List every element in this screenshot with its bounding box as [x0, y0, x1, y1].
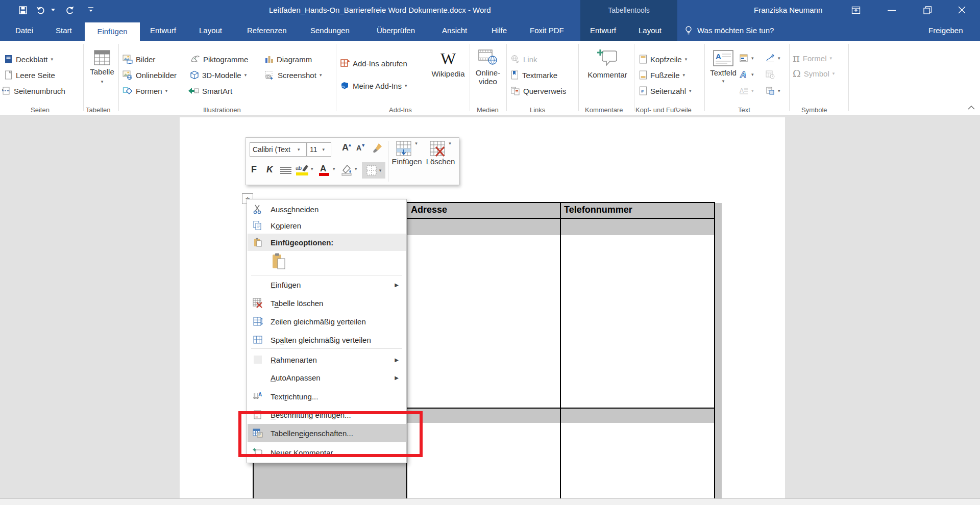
group-label-addins: Add-Ins [389, 106, 412, 114]
tab-datei[interactable]: Datei [15, 20, 33, 41]
table-header-cell[interactable]: Adresse [411, 205, 447, 215]
group-divider [789, 44, 790, 111]
font-color-icon[interactable]: A [317, 163, 331, 176]
delete-dropdown-icon[interactable]: ▾ [449, 141, 451, 157]
group-label-symbole: Symbole [801, 106, 827, 114]
menu-item-tabelle-loeschen[interactable]: Tabelle löschen [248, 294, 406, 312]
shading-dropdown-icon[interactable]: ▾ [355, 166, 357, 171]
menu-item-kopieren[interactable]: Kopieren [248, 217, 406, 234]
shading-bucket-icon[interactable] [340, 163, 353, 176]
tell-me-box[interactable]: Was möchten Sie tun? [697, 20, 774, 41]
borders-button-active[interactable]: ▾ [362, 162, 385, 179]
tab-sendungen[interactable]: Sendungen [310, 20, 350, 41]
borders-dropdown-icon[interactable]: ▾ [379, 168, 382, 173]
menu-item-spalten-verteilen[interactable]: Spalten gleichmäßig verteilen [248, 331, 406, 348]
menu-item-textrichtung[interactable]: A Textrichtung... [248, 388, 406, 405]
redo-icon[interactable] [65, 6, 75, 15]
highlight-dropdown-icon[interactable]: ▾ [311, 166, 313, 171]
group-label-medien: Medien [477, 106, 499, 114]
table-header-cell[interactable]: Telefonnummer [564, 205, 632, 215]
object-button[interactable]: ▾ [766, 85, 780, 97]
smartart-button[interactable]: SmartArt [188, 85, 232, 97]
chart-button[interactable]: Diagramm [264, 53, 312, 65]
page-number-button[interactable]: # Seitenzahl▾ [639, 85, 692, 97]
font-size-dropdown-icon[interactable]: ▾ [323, 147, 325, 152]
tab-referenzen[interactable]: Referenzen [247, 20, 287, 41]
table-border [714, 202, 715, 498]
tab-layout[interactable]: Layout [199, 20, 222, 41]
qat-customize-icon[interactable] [88, 7, 94, 13]
save-icon[interactable] [18, 6, 28, 15]
menu-item-rahmenarten[interactable]: Rahmenarten ▶ [248, 351, 406, 368]
tab-tabellentools-entwurf[interactable]: Entwurf [590, 20, 616, 41]
tab-ansicht[interactable]: Ansicht [442, 20, 467, 41]
undo-dropdown-icon[interactable] [51, 9, 55, 12]
delete-button[interactable]: ▾ Löschen [425, 141, 456, 166]
menu-item-ausschneiden[interactable]: Ausschneiden [248, 200, 406, 218]
page-number-icon: # [639, 86, 647, 95]
text-highlight-icon[interactable]: ab [295, 163, 309, 176]
font-size-combobox[interactable]: 11 ▾ [307, 142, 331, 157]
cross-reference-icon [510, 86, 520, 95]
wordart-button[interactable]: A▾ [739, 68, 754, 81]
header-button[interactable]: Kopfzeile▾ [639, 53, 687, 65]
group-label-illustrationen: Illustrationen [203, 106, 241, 114]
shapes-button[interactable]: Formen▾ [122, 85, 167, 97]
3d-models-button[interactable]: 3D-Modelle▾ [190, 69, 247, 81]
footer-button[interactable]: Fußzeile▾ [639, 69, 685, 81]
screenshot-button[interactable]: Screenshot▾ [264, 69, 322, 81]
user-name[interactable]: Franziska Neumann [754, 0, 822, 20]
comment-button[interactable]: Kommentar [582, 48, 633, 79]
close-icon[interactable] [958, 6, 966, 14]
page-break-button[interactable]: Seitenumbruch [1, 85, 65, 97]
tab-ueberpruefen[interactable]: Überprüfen [377, 20, 415, 41]
bold-button[interactable]: F [251, 164, 257, 175]
minimize-icon[interactable] [887, 10, 896, 11]
share-button[interactable]: Freigeben [928, 20, 963, 41]
menu-item-einfuegen[interactable]: Einfügen ▶ [248, 276, 406, 293]
online-video-button[interactable]: Online-video [472, 49, 504, 86]
tab-entwurf[interactable]: Entwurf [150, 20, 176, 41]
signature-line-button[interactable]: ▾ [766, 52, 780, 64]
icons-pictograms-button[interactable]: Piktogramme [190, 53, 248, 65]
tab-start[interactable]: Start [56, 20, 72, 41]
group-divider [848, 44, 849, 111]
group-divider [578, 44, 579, 111]
font-color-dropdown-icon[interactable]: ▾ [333, 166, 335, 171]
wikipedia-button[interactable]: W Wikipedia [428, 50, 469, 78]
my-addins-button[interactable]: Meine Add-Ins▾ [340, 80, 407, 92]
font-name-dropdown-icon[interactable]: ▾ [298, 147, 300, 152]
pictures-button[interactable]: Bilder [122, 53, 155, 65]
restore-icon[interactable] [923, 6, 932, 15]
cover-page-button[interactable]: Deckblatt▾ [4, 53, 53, 65]
ribbon-display-options-icon[interactable] [851, 6, 861, 15]
menu-item-zeilen-verteilen[interactable]: Zeilen gleichmäßig verteilen [248, 313, 406, 330]
horizontal-scrollbar-area[interactable] [0, 498, 980, 505]
grow-font-button[interactable]: A▲ [342, 142, 352, 153]
tab-hilfe[interactable]: Hilfe [492, 20, 507, 41]
cross-reference-button[interactable]: Querverweis [510, 85, 566, 97]
tab-foxit-pdf[interactable]: Foxit PDF [530, 20, 564, 41]
menu-item-autoanpassen[interactable]: AutoAnpassen ▶ [248, 369, 406, 386]
italic-button[interactable]: K [266, 164, 273, 175]
paste-option-button[interactable] [270, 250, 288, 272]
quick-parts-button[interactable]: ▾ [739, 52, 754, 64]
line-style-icon[interactable] [280, 166, 292, 174]
bookmark-button[interactable]: Textmarke [510, 69, 557, 81]
undo-icon[interactable] [36, 6, 46, 15]
tab-einfuegen-active[interactable]: Einfügen [85, 22, 140, 41]
collapse-ribbon-icon[interactable] [968, 105, 975, 110]
format-painter-icon[interactable] [372, 142, 383, 154]
tab-tabellentools-layout[interactable]: Layout [639, 20, 662, 41]
distribute-rows-icon [253, 316, 263, 326]
get-addins-button[interactable]: Add-Ins abrufen [340, 57, 407, 69]
insert-rows-button[interactable]: ▾ Einfügen [391, 141, 423, 166]
footer-icon [639, 70, 647, 80]
table-button[interactable]: Tabelle ▾ [87, 50, 117, 84]
blank-page-button[interactable]: Leere Seite [4, 69, 55, 81]
shrink-font-button[interactable]: A▼ [356, 144, 365, 152]
insert-dropdown-icon[interactable]: ▾ [415, 141, 418, 157]
textbox-button[interactable]: A Textfeld ▾ [708, 50, 738, 84]
online-pictures-button[interactable]: Onlinebilder [122, 69, 177, 81]
font-name-combobox[interactable]: Calibri (Text ▾ [250, 142, 307, 157]
